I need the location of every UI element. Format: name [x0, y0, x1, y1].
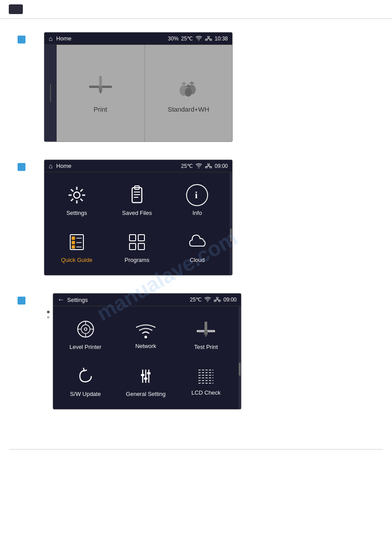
screen1-sidebar-line — [50, 84, 51, 102]
menu-label-info: Info — [192, 210, 202, 216]
screen2-topbar: ⌂ Home 25℃ — [44, 160, 232, 172]
svg-point-12 — [185, 88, 192, 97]
menu-item-programs[interactable]: Programs — [109, 226, 165, 268]
sidebar-dot-1 — [47, 311, 50, 313]
screen3-content: Level Printer — [53, 306, 238, 409]
settings-gear-icon — [66, 184, 88, 206]
screen2-body: Settings — [44, 172, 230, 275]
svg-text:i: i — [195, 189, 198, 200]
svg-rect-61 — [204, 330, 208, 335]
menu-item-lcd-check[interactable]: LCD Check — [178, 360, 234, 403]
svg-rect-67 — [144, 377, 147, 380]
svg-line-24 — [71, 189, 73, 192]
screen1-temp: 25℃ — [181, 36, 193, 42]
screen2-time: 09:00 — [215, 163, 228, 169]
menu-item-info[interactable]: i Info — [169, 179, 225, 221]
svg-rect-45 — [216, 297, 218, 298]
screen2-scrollbar[interactable] — [230, 172, 232, 275]
screen2-bullet-col — [18, 160, 44, 171]
screen3-lan-icon — [214, 297, 221, 302]
svg-rect-13 — [208, 163, 209, 165]
menu-item-quick-guide[interactable]: Quick Guide — [49, 226, 104, 268]
menu-label-general-setting: General Setting — [126, 391, 165, 397]
ink-drops-icon — [175, 74, 201, 100]
page-content: ⌂ Home 30% 25℃ — [0, 19, 392, 440]
svg-rect-44 — [138, 243, 144, 250]
screen3-body-wrapper: Level Printer — [53, 306, 241, 409]
screen3-wrapper-outer: ← Settings 25℃ — [44, 293, 241, 410]
screen1-section: ⌂ Home 30% 25℃ — [18, 32, 383, 142]
screen1-title: Home — [56, 35, 168, 42]
svg-rect-39 — [72, 246, 75, 248]
screen1-content: Print — [57, 45, 232, 141]
svg-rect-62 — [205, 334, 207, 337]
screen3-scrollbar-thumb — [239, 363, 241, 376]
screen1-ink-panel[interactable]: Standard+WH — [145, 45, 233, 141]
screen1-print-panel[interactable]: Print — [57, 45, 145, 141]
screen2-bullet — [18, 163, 25, 171]
screen1-body: Print — [44, 45, 232, 141]
menu-item-cloud[interactable]: Cloud — [169, 226, 225, 268]
screen3-wifi-icon — [204, 297, 211, 302]
menu-label-settings: Settings — [66, 210, 87, 216]
menu-label-quick-guide: Quick Guide — [61, 257, 93, 263]
menu-item-network[interactable]: Network — [118, 313, 173, 355]
screen1-home-icon[interactable]: ⌂ — [49, 35, 53, 42]
screen3-bullet-col — [18, 293, 44, 305]
screen3-title: Settings — [67, 297, 190, 303]
svg-rect-35 — [72, 237, 75, 239]
screen3-bullet — [18, 297, 25, 305]
screen1-bullet — [18, 36, 25, 44]
svg-rect-60 — [205, 322, 207, 331]
menu-label-cloud: Cloud — [190, 257, 205, 263]
page-header — [0, 0, 392, 19]
screen3-back-icon[interactable]: ← — [58, 296, 65, 304]
info-letter-icon: i — [191, 189, 204, 202]
screen2-temp: 25℃ — [181, 163, 193, 169]
screen2-title: Home — [56, 163, 181, 169]
menu-item-general-setting[interactable]: General Setting — [118, 360, 173, 403]
menu-item-sw-update[interactable]: S/W Update — [58, 360, 113, 403]
svg-point-58 — [144, 336, 147, 338]
level-printer-icon — [75, 318, 97, 340]
menu-item-level-printer[interactable]: Level Printer — [58, 313, 113, 355]
svg-line-27 — [71, 199, 73, 201]
svg-line-25 — [80, 199, 83, 201]
screen2-lan-icon — [205, 163, 212, 169]
test-print-icon — [195, 318, 217, 340]
print-icon — [87, 74, 114, 100]
screen2-frame: ⌂ Home 25℃ — [44, 160, 233, 276]
svg-rect-1 — [205, 39, 207, 40]
screen3-scrollbar[interactable] — [238, 306, 241, 409]
screen3-temp: 25℃ — [190, 297, 201, 303]
svg-rect-7 — [99, 76, 102, 87]
screen1-print-label: Print — [94, 105, 107, 113]
svg-rect-15 — [210, 167, 212, 168]
menu-item-test-print[interactable]: Test Print — [178, 313, 234, 355]
quick-guide-icon — [66, 231, 88, 253]
menu-label-lcd-check: LCD Check — [191, 389, 220, 396]
menu-item-saved-files[interactable]: Saved Files — [109, 179, 165, 221]
screen3-sidebar — [44, 293, 53, 319]
screen2-section: ⌂ Home 25℃ — [18, 160, 383, 276]
screen3-frame: ← Settings 25℃ — [53, 293, 241, 410]
menu-item-settings[interactable]: Settings — [49, 179, 104, 221]
screen3-section: ← Settings 25℃ — [18, 293, 383, 410]
svg-rect-41 — [129, 235, 136, 241]
sw-update-refresh-icon — [75, 365, 97, 387]
svg-point-53 — [84, 328, 87, 330]
screen2-status: 25℃ 09:00 — [181, 163, 228, 169]
lan-icon — [205, 36, 212, 41]
screen2-home-icon[interactable]: ⌂ — [49, 162, 53, 170]
svg-rect-37 — [72, 241, 75, 244]
menu-label-saved-files: Saved Files — [122, 210, 152, 216]
usb-drive-icon — [126, 184, 148, 206]
svg-rect-68 — [147, 372, 151, 374]
lcd-check-icon — [195, 366, 217, 386]
svg-rect-42 — [138, 235, 144, 241]
svg-rect-14 — [205, 167, 207, 168]
menu-label-programs: Programs — [125, 257, 149, 263]
info-circle-icon: i — [186, 184, 208, 206]
screen3-status: 25℃ — [190, 297, 237, 303]
screen1-time: 10:38 — [215, 36, 228, 42]
